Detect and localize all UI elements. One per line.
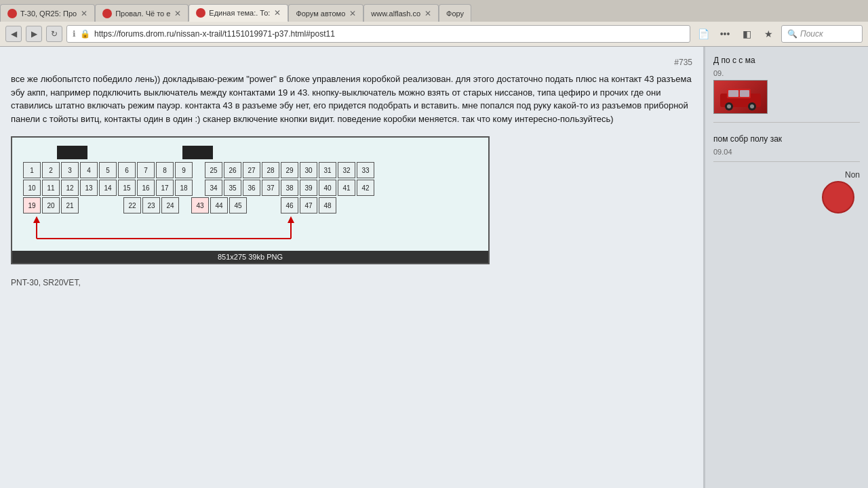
pin-38: 38 bbox=[281, 180, 298, 196]
url-text: https://forums.drom.ru/nissan-x-trail/t1… bbox=[94, 29, 335, 39]
info-icon: ℹ bbox=[73, 29, 76, 39]
connector-block-right bbox=[182, 146, 213, 159]
pin-22: 22 bbox=[123, 197, 141, 214]
browser-chrome: T-30, QR25: Про ✕ Провал. Чё то е ✕ Един… bbox=[0, 0, 868, 47]
pin-18: 18 bbox=[175, 180, 193, 196]
sidebar-bottom: Non bbox=[713, 173, 860, 214]
search-box[interactable]: 🔍 Поиск bbox=[781, 25, 863, 43]
pin-9: 9 bbox=[175, 162, 193, 178]
pin-24: 24 bbox=[161, 197, 179, 214]
post-number: #735 bbox=[11, 58, 692, 67]
sidebar: Д по с с ма 09. пом собр полу за bbox=[705, 47, 868, 488]
connector-arrows bbox=[23, 215, 477, 245]
pin-2: 2 bbox=[42, 162, 60, 178]
tab-1-icon bbox=[7, 9, 17, 18]
toolbar-icons: 📄 ••• ◧ ★ bbox=[694, 25, 777, 43]
sidebar-timestamp-1: 09. bbox=[713, 69, 860, 77]
tab-4-label: Форум автомо bbox=[296, 9, 345, 18]
sidebar-text-1: Д по с с ма bbox=[713, 55, 860, 66]
pin-3: 3 bbox=[61, 162, 79, 178]
pin-4: 4 bbox=[80, 162, 98, 178]
svg-marker-1 bbox=[33, 216, 40, 223]
pin-47: 47 bbox=[300, 197, 317, 214]
pin-11: 11 bbox=[42, 180, 60, 196]
page-content: #735 все же любопытсто победило лень)) д… bbox=[0, 47, 868, 488]
svg-point-12 bbox=[750, 104, 754, 108]
pin-46: 46 bbox=[281, 197, 298, 214]
tab-2-icon bbox=[102, 9, 112, 18]
pin-7: 7 bbox=[137, 162, 155, 178]
pin-20: 20 bbox=[42, 197, 60, 214]
tab-5-label: www.alflash.co bbox=[371, 9, 420, 18]
tab-6-label: Фору bbox=[446, 9, 464, 18]
tab-2[interactable]: Провал. Чё то е ✕ bbox=[95, 4, 189, 22]
back-button[interactable]: ◀ bbox=[5, 26, 22, 42]
pin-8: 8 bbox=[156, 162, 174, 178]
pin-40: 40 bbox=[319, 180, 336, 196]
pin-45: 45 bbox=[229, 197, 247, 214]
diagram-label: 851x275 39kb PNG bbox=[12, 251, 488, 263]
tab-4-close[interactable]: ✕ bbox=[349, 9, 356, 18]
tab-2-close[interactable]: ✕ bbox=[174, 9, 181, 18]
address-box[interactable]: ℹ 🔒 https://forums.drom.ru/nissan-x-trai… bbox=[66, 25, 690, 43]
forward-button[interactable]: ▶ bbox=[26, 26, 42, 42]
pin-19: 19 bbox=[23, 197, 41, 214]
pin-31: 31 bbox=[319, 162, 336, 178]
svg-point-10 bbox=[727, 104, 731, 108]
pin-28: 28 bbox=[262, 162, 279, 178]
pin-21: 21 bbox=[61, 197, 79, 214]
pin-14: 14 bbox=[99, 180, 117, 196]
pin-34: 34 bbox=[205, 180, 222, 196]
reload-button[interactable]: ↻ bbox=[46, 26, 62, 42]
sidebar-post-1: Д по с с ма 09. bbox=[713, 55, 860, 123]
sidebar-car-image bbox=[713, 80, 768, 114]
tab-1[interactable]: T-30, QR25: Про ✕ bbox=[0, 4, 95, 22]
post-footer: PNT-30, SR20VET, bbox=[11, 278, 692, 287]
pin-10: 10 bbox=[23, 180, 41, 196]
pin-33: 33 bbox=[357, 162, 374, 178]
svg-rect-8 bbox=[740, 90, 749, 97]
pin-26: 26 bbox=[224, 162, 241, 178]
pocket-icon[interactable]: ◧ bbox=[738, 25, 755, 43]
post-text: все же любопытсто победило лень)) доклад… bbox=[11, 73, 692, 125]
diagram-inner: 1 2 3 4 5 6 7 8 9 25 26 27 28 29 30 31 bbox=[12, 138, 488, 251]
tab-3-icon bbox=[196, 8, 205, 18]
sidebar-post-2: пом собр полу зак 09.04 bbox=[713, 134, 860, 162]
reader-icon[interactable]: 📄 bbox=[694, 25, 712, 43]
tab-4[interactable]: Форум автомо ✕ bbox=[288, 4, 363, 22]
avatar bbox=[822, 181, 854, 214]
pin-27: 27 bbox=[243, 162, 260, 178]
pin-44: 44 bbox=[210, 197, 228, 214]
tab-3[interactable]: Единая тема:. То: ✕ bbox=[189, 4, 288, 22]
main-content: #735 все же любопытсто победило лень)) д… bbox=[0, 47, 705, 488]
pin-5: 5 bbox=[99, 162, 117, 178]
pin-42: 42 bbox=[357, 180, 374, 196]
tab-3-close[interactable]: ✕ bbox=[274, 8, 281, 18]
bookmark-icon[interactable]: ★ bbox=[760, 25, 777, 43]
pin-6: 6 bbox=[118, 162, 136, 178]
tab-1-close[interactable]: ✕ bbox=[81, 9, 87, 18]
search-icon: 🔍 bbox=[787, 29, 797, 39]
pin-16: 16 bbox=[137, 180, 155, 196]
search-placeholder: Поиск bbox=[800, 29, 823, 39]
pin-row-3: 19 20 21 22 23 24 43 44 45 bbox=[23, 197, 477, 214]
pin-41: 41 bbox=[338, 180, 355, 196]
svg-rect-7 bbox=[728, 90, 738, 97]
tab-6[interactable]: Фору bbox=[439, 4, 471, 22]
address-bar-row: ◀ ▶ ↻ ℹ 🔒 https://forums.drom.ru/nissan-… bbox=[0, 22, 868, 46]
non-label: Non bbox=[845, 170, 860, 180]
menu-dots-icon[interactable]: ••• bbox=[716, 25, 734, 43]
pin-12: 12 bbox=[61, 180, 79, 196]
pin-39: 39 bbox=[300, 180, 317, 196]
tab-2-label: Провал. Чё то е bbox=[115, 9, 170, 18]
tab-5-close[interactable]: ✕ bbox=[425, 9, 431, 18]
pin-32: 32 bbox=[338, 162, 355, 178]
pin-37: 37 bbox=[262, 180, 279, 196]
pin-43: 43 bbox=[191, 197, 209, 214]
tab-5[interactable]: www.alflash.co ✕ bbox=[363, 4, 439, 22]
pin-13: 13 bbox=[80, 180, 98, 196]
tab-bar: T-30, QR25: Про ✕ Провал. Чё то е ✕ Един… bbox=[0, 0, 868, 22]
sidebar-timestamp-2: 09.04 bbox=[713, 148, 860, 156]
connector-diagram: 1 2 3 4 5 6 7 8 9 25 26 27 28 29 30 31 bbox=[11, 136, 490, 264]
tab-3-label: Единая тема:. То: bbox=[209, 9, 270, 17]
